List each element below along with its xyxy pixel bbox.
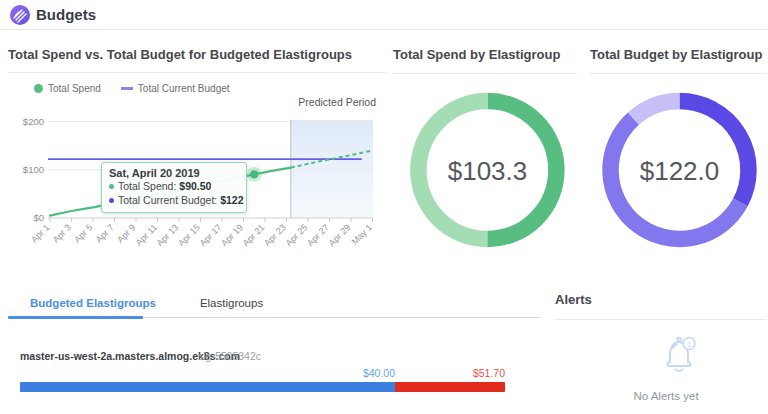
page-title: Budgets (36, 0, 96, 30)
budget-progress-bar[interactable] (20, 382, 505, 392)
x-axis-label: Apr 3 (51, 222, 73, 244)
divider (555, 319, 766, 320)
bell-icon: 1 (654, 329, 704, 379)
budgets-page: Budgets Total Spend vs. Total Budget for… (0, 0, 768, 414)
x-axis-label: Apr 7 (94, 222, 116, 244)
budget-donut-title: Total Budget by Elastigroup (590, 47, 762, 62)
spend-donut-title: Total Spend by Elastigroup (393, 47, 560, 62)
x-axis-label: Apr 29 (327, 222, 353, 248)
overage-bar-segment (395, 382, 505, 392)
legend-line-icon (121, 87, 133, 90)
tooltip-label: Total Current Budget: (118, 194, 220, 206)
divider (590, 73, 766, 74)
tooltip-date: Sat, April 20 2019 (109, 167, 239, 179)
y-axis-label: $200 (23, 116, 44, 127)
tooltip-row-spend: Total Spend: $90.50 (109, 180, 239, 194)
x-axis-label: Apr 25 (284, 222, 310, 248)
hover-point-icon[interactable] (250, 170, 258, 178)
x-axis-label: Apr 21 (241, 222, 267, 248)
page-header: Budgets (0, 0, 768, 30)
divider (393, 73, 577, 74)
legend-label: Total Spend (48, 83, 101, 94)
tooltip-label: Total Spend: (118, 180, 179, 192)
legend-dot-icon (34, 84, 43, 93)
tooltip-value: $122 (220, 194, 243, 206)
tab-elastigroups[interactable]: Elastigroups (178, 295, 285, 319)
active-tab-indicator (8, 316, 143, 319)
x-axis-label: Apr 23 (262, 222, 288, 248)
alerts-title: Alerts (555, 292, 592, 307)
y-axis-label: $100 (23, 164, 44, 175)
bell-badge-count: 1 (687, 340, 692, 349)
legend-item[interactable]: Total Current Budget (121, 83, 230, 94)
divider (8, 72, 386, 73)
spend-vs-budget-title: Total Spend vs. Total Budget for Budgete… (8, 47, 352, 62)
chart-tooltip: Sat, April 20 2019 Total Spend: $90.50 T… (101, 162, 247, 213)
x-axis-label: Apr 1 (29, 222, 51, 244)
spend-amount-label: $51.70 (20, 367, 505, 379)
spend-donut-value: $103.3 (400, 156, 575, 187)
tooltip-row-budget: Total Current Budget: $122 (109, 194, 239, 208)
x-axis-label: Apr 13 (155, 222, 181, 248)
y-axis-label: $0 (33, 212, 44, 223)
legend-label: Total Current Budget (138, 83, 230, 94)
donut-segment[interactable] (680, 101, 749, 202)
x-axis-label: Apr 5 (72, 222, 94, 244)
x-axis-label: Apr 11 (134, 222, 159, 247)
x-axis-label: Apr 17 (198, 222, 224, 248)
spend-bullet-icon (109, 184, 114, 189)
tooltip-value: $90.50 (179, 180, 211, 192)
budget-donut-value: $122.0 (592, 156, 767, 187)
budget-bar-segment (20, 382, 395, 392)
x-axis-label: Apr 15 (176, 222, 202, 248)
chart-legend: Total SpendTotal Current Budget (34, 83, 230, 94)
elastigroup-id: sig-5505342c (198, 350, 261, 362)
x-axis-label: Apr 27 (305, 222, 331, 248)
x-axis-label: May 1 (350, 222, 374, 246)
budget-bullet-icon (109, 198, 114, 203)
x-axis-label: Apr 19 (219, 222, 245, 248)
no-alerts-text: No Alerts yet (555, 390, 768, 402)
legend-item[interactable]: Total Spend (34, 83, 101, 94)
predicted-period-region (291, 120, 373, 218)
spotinst-logo-icon[interactable] (10, 5, 30, 25)
donut-segment[interactable] (633, 101, 679, 119)
